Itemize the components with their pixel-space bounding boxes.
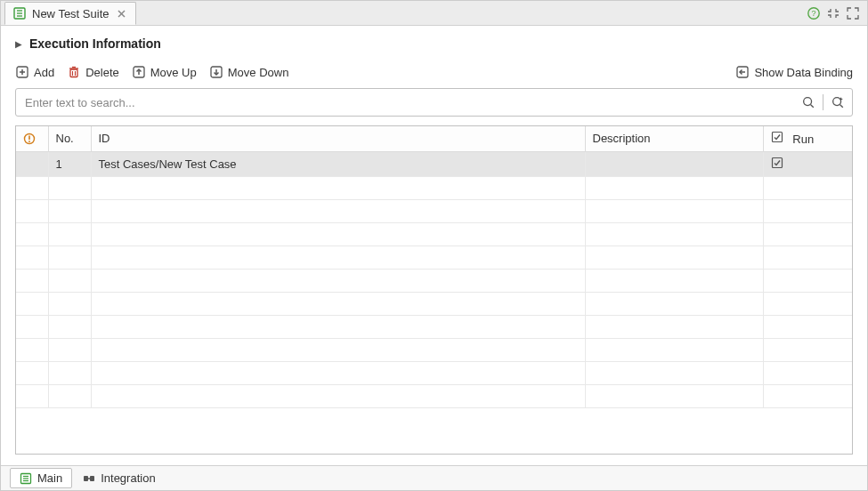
table-row[interactable]	[16, 199, 852, 222]
search-icon[interactable]	[801, 95, 815, 109]
table-row[interactable]	[16, 384, 852, 407]
editor-tab[interactable]: New Test Suite	[4, 2, 136, 25]
cell-id: Test Cases/New Test Case	[91, 151, 585, 176]
table-row[interactable]: 1 Test Cases/New Test Case	[16, 151, 852, 176]
svg-line-23	[811, 105, 814, 108]
integration-icon	[83, 472, 95, 485]
add-button[interactable]: Add	[15, 65, 54, 79]
move-down-label: Move Down	[228, 66, 289, 79]
delete-button[interactable]: Delete	[67, 65, 119, 79]
section-title: Execution Information	[29, 36, 161, 51]
column-header-no[interactable]: No.	[48, 126, 91, 151]
trash-icon	[67, 65, 81, 79]
section-header[interactable]: ▶ Execution Information	[1, 26, 867, 61]
test-suite-icon	[20, 472, 32, 485]
arrow-up-icon	[132, 65, 146, 79]
move-up-label: Move Up	[150, 66, 197, 79]
checkbox-icon[interactable]	[771, 131, 783, 143]
svg-rect-38	[90, 476, 94, 481]
cell-no: 1	[48, 151, 91, 176]
column-header-run[interactable]: Run	[763, 126, 852, 151]
row-checkbox-icon[interactable]	[771, 157, 783, 169]
warning-icon	[23, 133, 41, 145]
svg-point-30	[28, 141, 30, 142]
svg-rect-32	[772, 157, 782, 167]
svg-text:?: ?	[811, 9, 815, 18]
divider	[823, 94, 823, 110]
move-up-button[interactable]: Move Up	[132, 65, 197, 79]
close-icon[interactable]	[114, 6, 128, 20]
tab-integration-label: Integration	[101, 471, 155, 485]
table-row[interactable]	[16, 176, 852, 199]
table-row[interactable]	[16, 269, 852, 292]
tab-main-label: Main	[37, 471, 62, 485]
arrow-left-icon	[735, 65, 750, 79]
tab-integration[interactable]: Integration	[74, 469, 164, 487]
add-label: Add	[34, 66, 54, 79]
table-row[interactable]	[16, 246, 852, 269]
search-add-icon[interactable]	[831, 95, 845, 109]
show-data-binding-button[interactable]: Show Data Binding	[735, 65, 853, 79]
table-row[interactable]	[16, 222, 852, 246]
help-icon[interactable]: ?	[807, 6, 821, 20]
table-row[interactable]	[16, 361, 852, 384]
show-data-binding-label: Show Data Binding	[754, 66, 853, 79]
svg-rect-11	[70, 69, 77, 77]
svg-line-25	[840, 105, 843, 108]
minimize-icon[interactable]	[826, 6, 840, 20]
table-row[interactable]	[16, 292, 852, 315]
maximize-icon[interactable]	[846, 6, 860, 20]
add-icon	[15, 65, 29, 79]
tab-main[interactable]: Main	[10, 468, 72, 488]
search-input[interactable]	[16, 89, 794, 116]
cell-description	[585, 151, 763, 176]
table-header-row: No. ID Description Run	[16, 126, 852, 151]
bottom-tab-bar: Main Integration	[1, 465, 867, 490]
svg-rect-37	[84, 476, 88, 481]
toolbar: Add Delete Move Up	[1, 61, 867, 88]
test-suite-icon	[12, 6, 27, 20]
column-header-warning[interactable]	[16, 126, 48, 151]
search-bar	[15, 88, 853, 117]
test-case-table: No. ID Description Run 1 Te	[15, 125, 853, 455]
arrow-down-icon	[209, 65, 223, 79]
column-header-description[interactable]: Description	[585, 126, 763, 151]
table-row[interactable]	[16, 338, 852, 361]
run-header-label: Run	[792, 133, 814, 146]
editor-tab-title: New Test Suite	[32, 7, 109, 20]
svg-point-22	[804, 98, 812, 106]
move-down-button[interactable]: Move Down	[209, 65, 289, 79]
table-row[interactable]	[16, 315, 852, 338]
delete-label: Delete	[85, 66, 119, 79]
cell-run	[763, 151, 852, 176]
disclosure-triangle-icon: ▶	[15, 39, 22, 49]
editor-tab-bar: New Test Suite ?	[1, 1, 867, 26]
column-header-id[interactable]: ID	[91, 126, 585, 151]
svg-rect-31	[772, 133, 782, 142]
